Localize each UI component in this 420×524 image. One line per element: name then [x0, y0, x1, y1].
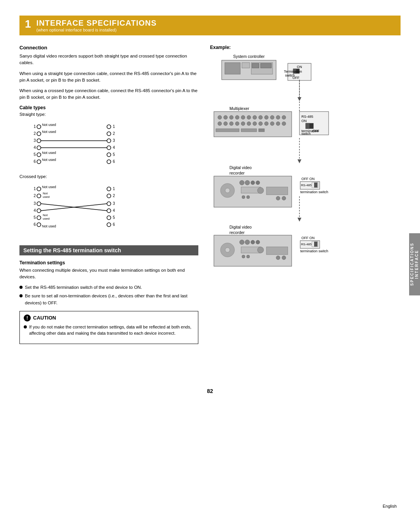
svg-text:Termination: Termination: [284, 70, 302, 73]
svg-point-125: [256, 181, 260, 185]
svg-text:System controller: System controller: [233, 54, 265, 59]
svg-point-86: [253, 115, 257, 119]
bullet-dot-1: [19, 286, 23, 289]
svg-text:recorder: recorder: [229, 230, 245, 235]
svg-point-83: [235, 115, 239, 119]
svg-point-155: [276, 256, 280, 260]
svg-text:Not used: Not used: [42, 130, 56, 134]
left-column: Connection Sanyo digital video recorders…: [19, 45, 198, 376]
svg-text:1: 1: [113, 187, 115, 191]
svg-text:6: 6: [113, 222, 115, 227]
caution-title: ! CAUTION: [24, 314, 194, 321]
svg-point-58: [107, 223, 111, 227]
svg-point-98: [253, 122, 257, 126]
svg-point-85: [247, 115, 251, 119]
svg-text:2: 2: [33, 131, 36, 136]
svg-rect-68: [261, 63, 271, 68]
svg-point-33: [37, 194, 41, 198]
svg-point-16: [107, 125, 111, 129]
caution-icon: !: [24, 314, 31, 321]
caution-bullet-list: If you do not make the correct terminati…: [24, 324, 194, 337]
svg-point-26: [107, 160, 111, 164]
svg-point-84: [241, 115, 245, 119]
page-footer: 82: [19, 388, 401, 394]
svg-text:Not used: Not used: [42, 151, 56, 155]
svg-rect-65: [242, 63, 250, 68]
svg-point-146: [240, 240, 244, 245]
svg-point-81: [224, 115, 228, 119]
svg-text:Not used: Not used: [42, 158, 56, 162]
svg-point-22: [107, 146, 111, 150]
svg-text:6: 6: [33, 222, 36, 227]
svg-text:ON: ON: [301, 119, 307, 123]
side-tab-text: INTERFACE SPECIFICATIONS: [410, 243, 419, 286]
svg-point-88: [264, 115, 268, 119]
svg-text:2: 2: [33, 194, 36, 198]
header-bar: 1 INTERFACE SPECIFICATIONS (when optiona…: [19, 16, 401, 35]
svg-point-128: [247, 196, 250, 199]
connection-section: Connection Sanyo digital video recorders…: [19, 45, 198, 101]
crossed-diagram: 1 Not used 2 Not used 3 4 5 Not used: [27, 184, 136, 231]
svg-point-102: [276, 122, 280, 126]
svg-point-132: [282, 196, 286, 200]
svg-rect-130: [266, 187, 288, 195]
bullet-item-2: Be sure to set all non-termination devic…: [19, 293, 198, 306]
svg-point-97: [247, 122, 251, 126]
svg-text:RS-485: RS-485: [301, 115, 313, 119]
svg-rect-106: [259, 129, 264, 132]
svg-point-96: [241, 122, 245, 126]
svg-text:switch: switch: [301, 132, 311, 136]
svg-rect-67: [252, 63, 259, 68]
svg-text:Digital video: Digital video: [229, 165, 252, 170]
rs485-heading: Setting the RS-485 termination switch: [19, 245, 198, 255]
page-number: 82: [207, 388, 213, 394]
svg-rect-104: [216, 129, 239, 132]
page-language: English: [383, 504, 397, 508]
svg-rect-64: [225, 63, 240, 74]
svg-text:5: 5: [113, 215, 115, 220]
svg-text:termination switch: termination switch: [300, 249, 328, 253]
connection-heading: Connection: [19, 45, 198, 51]
svg-rect-161: [314, 242, 317, 246]
svg-text:Not used: Not used: [42, 224, 56, 228]
caution-box: ! CAUTION If you do not make the correct…: [19, 311, 198, 344]
svg-point-18: [107, 132, 111, 136]
cable-types-heading: Cable types: [19, 105, 198, 110]
svg-point-92: [218, 122, 222, 126]
svg-point-50: [107, 194, 111, 198]
svg-text:1: 1: [33, 124, 36, 129]
svg-point-127: [242, 196, 245, 199]
svg-point-122: [240, 180, 244, 185]
svg-text:5: 5: [33, 152, 36, 157]
bullet-text-2: Be sure to set all non-termination devic…: [25, 293, 198, 306]
cable-types-section: Cable types Straight type: 1 Not used 2 …: [19, 105, 198, 238]
svg-text:recorder: recorder: [229, 171, 245, 175]
header-subtitle: (when optional interface board is instal…: [37, 28, 157, 32]
header-title: INTERFACE SPECIFICATIONS: [37, 19, 157, 28]
svg-text:OFF  ON: OFF ON: [301, 177, 315, 181]
svg-point-100: [264, 122, 268, 126]
termination-bullet-list: Set the RS-485 termination switch of the…: [19, 284, 198, 306]
svg-point-80: [218, 115, 222, 119]
svg-point-90: [276, 115, 280, 119]
main-content: Connection Sanyo digital video recorders…: [19, 45, 401, 376]
svg-point-0: [37, 125, 41, 129]
termination-heading: Termination settings: [19, 260, 198, 265]
svg-text:4: 4: [113, 208, 115, 213]
straight-diagram: 1 Not used 2 Not used 3 4 5 Not used: [27, 122, 136, 167]
svg-point-129: [257, 187, 264, 194]
svg-point-8: [37, 146, 41, 150]
svg-point-147: [245, 240, 250, 245]
svg-point-10: [37, 153, 41, 157]
right-column: Example: System controller ON OFF: [210, 45, 401, 376]
svg-marker-116: [298, 159, 301, 163]
svg-point-148: [251, 240, 255, 244]
svg-text:Not used: Not used: [42, 185, 56, 189]
bullet-item-1: Set the RS-485 termination switch of the…: [19, 284, 198, 291]
svg-text:OFF: OFF: [312, 129, 319, 133]
svg-point-95: [235, 122, 239, 126]
svg-text:3: 3: [33, 201, 36, 206]
svg-text:4: 4: [113, 145, 115, 150]
svg-text:4: 4: [33, 145, 36, 150]
svg-text:ON: ON: [297, 65, 302, 69]
